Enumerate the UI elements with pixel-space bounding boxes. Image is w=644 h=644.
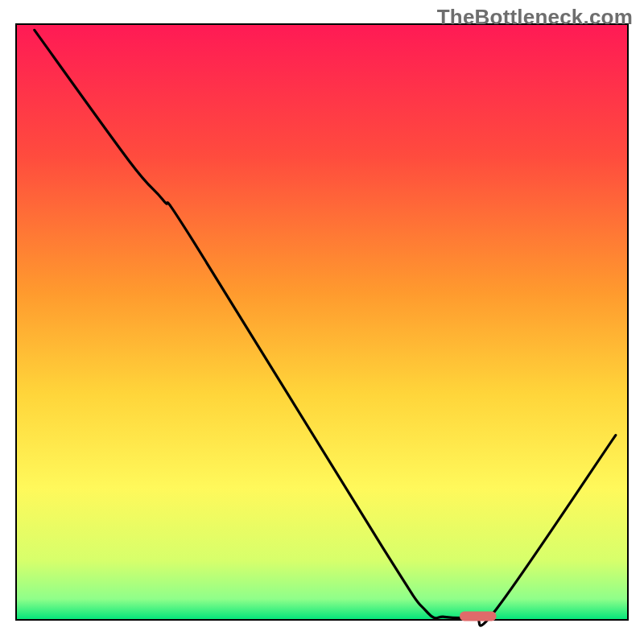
- chart-stage: TheBottleneck.com: [0, 0, 644, 644]
- plot-background: [16, 24, 628, 620]
- watermark-text: TheBottleneck.com: [437, 5, 633, 30]
- chart-svg: [0, 0, 644, 644]
- optimal-marker: [460, 612, 497, 621]
